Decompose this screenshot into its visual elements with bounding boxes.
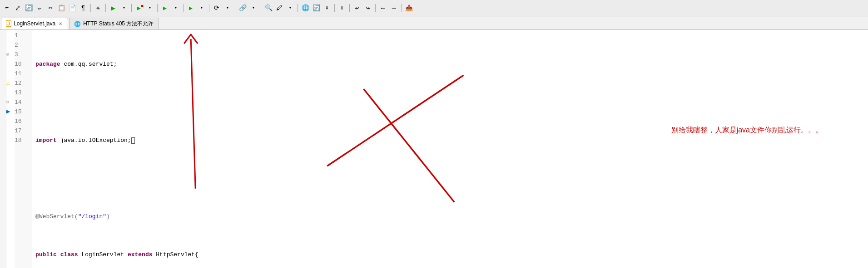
- run-with-coverage-button[interactable]: ▶■: [134, 3, 144, 13]
- toolbar: ⬅ ⤤ 🔄 ✏️ ✂ 📋 📄 ¶ ✳ ▶ ▾ ▶■ ▾ ▶ ▾ ▶ ▾ ⟳ ▾ …: [0, 0, 868, 16]
- run-button[interactable]: ▶: [108, 3, 118, 13]
- back-icon[interactable]: ←: [378, 3, 388, 13]
- linenum-11: 11: [15, 69, 29, 78]
- linenum-3: 3: [15, 50, 29, 59]
- sep-6: [209, 4, 209, 12]
- debug-button[interactable]: ▶: [160, 3, 170, 13]
- forward-icon[interactable]: →: [389, 3, 399, 13]
- sep-3: [131, 4, 132, 12]
- linenum-18: 18: [15, 136, 29, 145]
- linenum-10: 10: [15, 59, 29, 69]
- code-line-10: [35, 174, 868, 183]
- sep-5: [183, 4, 184, 12]
- toolbar-btn-5[interactable]: ✂: [45, 3, 55, 13]
- code-line-3: import java.io.IOException;: [35, 136, 868, 145]
- up-icon[interactable]: ⬆: [337, 3, 347, 13]
- toolbar-btn-7[interactable]: 📄: [67, 3, 77, 13]
- toolbar-btn-3[interactable]: 🔄: [24, 3, 34, 13]
- link-button[interactable]: 🔗: [238, 3, 248, 13]
- svg-line-2: [327, 75, 463, 166]
- code-line-12: public class LoginServlet extends HttpSe…: [35, 250, 868, 259]
- refresh-icon[interactable]: 🔄: [311, 3, 321, 13]
- marker-13: ·: [6, 88, 15, 97]
- linenum-15: 15: [15, 107, 29, 117]
- annotation-text: 别给我瞎整，人家是java文件你别乱运行。。。: [671, 125, 823, 135]
- code-line-2: [35, 97, 868, 107]
- toolbar-btn-4[interactable]: ✏️: [35, 3, 45, 13]
- linenum-17: 17: [15, 126, 29, 136]
- toolbar-btn-pilcrow[interactable]: ¶: [78, 3, 88, 13]
- sep-12: [375, 4, 376, 12]
- debug-dropdown[interactable]: ▾: [171, 3, 181, 13]
- keyword-package: package: [35, 59, 60, 69]
- sep-7: [235, 4, 235, 12]
- search-icon[interactable]: 🔍: [263, 3, 273, 13]
- deploy-button[interactable]: ▶: [186, 3, 196, 13]
- code-line-1: package com.qq.servlet;: [35, 59, 868, 69]
- linenum-14: 14: [15, 97, 29, 107]
- linenum-12: 12: [15, 78, 29, 88]
- editor: · · ⊕ · · ⚠ · ⊖ ▶ · · · 1 2 3 10 11 12 1…: [0, 30, 868, 268]
- linenum-16: 16: [15, 117, 29, 126]
- sep-2: [105, 4, 106, 12]
- globe-icon[interactable]: 🌐: [300, 3, 310, 13]
- pen-dropdown[interactable]: ▾: [285, 3, 295, 13]
- run-dropdown[interactable]: ▾: [119, 3, 129, 13]
- download-icon[interactable]: ⬇: [322, 3, 332, 13]
- export-icon[interactable]: 📤: [404, 3, 414, 13]
- marker-2: ·: [6, 40, 15, 50]
- tab-login-close[interactable]: ✕: [58, 21, 63, 26]
- keyword-import: import: [35, 136, 57, 145]
- sep-13: [401, 4, 402, 12]
- tabs-bar: J LoginServlet.java ✕ 🌐 HTTP Status 405 …: [0, 16, 868, 30]
- marker-16: ·: [6, 117, 15, 126]
- marker-1: ·: [6, 31, 15, 40]
- deploy-dropdown[interactable]: ▾: [197, 3, 207, 13]
- code-line-11: @WebServlet("/login"): [35, 212, 868, 221]
- marker-14: ⊖: [6, 97, 15, 107]
- undo-icon[interactable]: ↩: [352, 3, 362, 13]
- sep-9: [298, 4, 298, 12]
- linenum-1: 1: [15, 31, 29, 40]
- marker-18: ·: [6, 136, 15, 145]
- profile-dropdown[interactable]: ▾: [223, 3, 233, 13]
- sep-11: [349, 4, 350, 12]
- linenum-13: 13: [15, 88, 29, 97]
- http-icon: 🌐: [74, 21, 81, 27]
- linenum-2: 2: [15, 40, 29, 50]
- line-markers: · · ⊕ · · ⚠ · ⊖ ▶ · · ·: [6, 30, 15, 268]
- marker-12: ⚠: [6, 78, 15, 88]
- sep-4: [157, 4, 158, 12]
- tab-http-label: HTTP Status 405 方法不允许: [83, 20, 154, 28]
- marker-11: ·: [6, 69, 15, 78]
- line-numbers: 1 2 3 10 11 12 13 14 15 16 17 18: [15, 30, 32, 268]
- tab-login-label: LoginServlet.java: [14, 20, 55, 27]
- cursor-block: [131, 137, 135, 144]
- marker-15: ▶: [6, 107, 15, 117]
- java-file-icon: J: [6, 20, 11, 27]
- sep-1: [90, 4, 91, 12]
- toolbar-btn-1[interactable]: ⬅: [2, 3, 12, 13]
- tab-http[interactable]: 🌐 HTTP Status 405 方法不允许: [69, 18, 159, 29]
- sep-10: [334, 4, 335, 12]
- pen-icon[interactable]: 🖊: [274, 3, 284, 13]
- link-dropdown[interactable]: ▾: [248, 3, 258, 13]
- toolbar-btn-asterisk[interactable]: ✳: [93, 3, 103, 13]
- run-with-coverage-dropdown[interactable]: ▾: [145, 3, 155, 13]
- toolbar-btn-2[interactable]: ⤤: [13, 3, 23, 13]
- annotation-webservlet: @WebServlet(: [35, 212, 78, 221]
- marker-17: ·: [6, 126, 15, 136]
- redo-icon[interactable]: ↪: [363, 3, 373, 13]
- toolbar-btn-6[interactable]: 📋: [56, 3, 66, 13]
- marker-3: ⊕: [6, 50, 15, 59]
- code-content: package com.qq.servlet; import java.io.I…: [32, 30, 868, 268]
- marker-10: ·: [6, 59, 15, 69]
- profile-button[interactable]: ⟳: [212, 3, 222, 13]
- tab-login[interactable]: J LoginServlet.java ✕: [1, 18, 68, 29]
- sep-8: [261, 4, 261, 12]
- left-gutter: [0, 30, 6, 268]
